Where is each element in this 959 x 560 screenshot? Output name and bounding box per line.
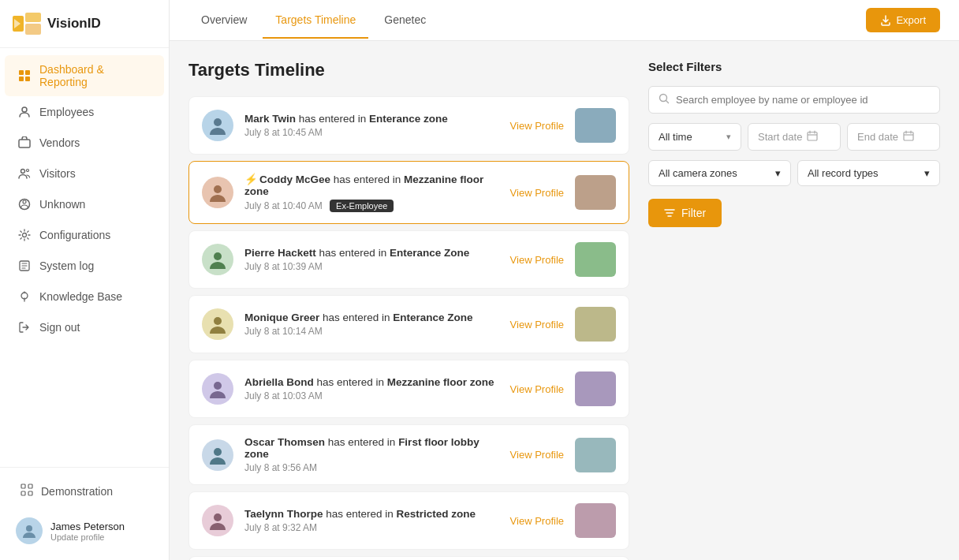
filter-button[interactable]: Filter — [648, 199, 722, 227]
time-filter-label: All time — [659, 131, 692, 143]
svg-point-22 — [214, 118, 222, 126]
end-date-picker[interactable]: End date — [847, 123, 940, 151]
start-date-label: Start date — [758, 131, 802, 143]
chevron-down-icon: ▾ — [726, 132, 731, 142]
view-profile-button[interactable]: View Profile — [510, 319, 564, 330]
timeline-item: Oscar Thomsen has entered in First floor… — [188, 424, 629, 485]
user-info: James Peterson Update profile — [50, 521, 125, 542]
action-text: has entered in — [323, 312, 393, 323]
timeline-list: Mark Twin has entered in Enterance zone … — [188, 96, 629, 560]
chevron-down-icon: ▾ — [775, 167, 781, 179]
calendar-icon — [903, 130, 914, 144]
camera-zone-label: All camera zones — [659, 167, 737, 179]
content-area: Targets Timeline Mark Twin has entered i… — [170, 41, 959, 560]
action-text: has entered in — [299, 113, 369, 125]
view-profile-button[interactable]: View Profile — [510, 383, 564, 395]
camera-zone-select[interactable]: All camera zones ▾ — [648, 160, 791, 186]
timeline-time: July 8 at 10:14 AM — [244, 326, 499, 337]
svg-point-23 — [214, 185, 222, 193]
sidebar-bottom: Demonstration James Peterson Update prof… — [0, 467, 169, 560]
timeline-photo — [575, 307, 616, 342]
action-text: has entered in — [317, 376, 387, 388]
sidebar-item-knowledgebase[interactable]: Knowledge Base — [5, 282, 164, 312]
user-profile[interactable]: James Peterson Update profile — [13, 511, 156, 551]
sidebar-item-unknown-label: Unknown — [39, 198, 85, 211]
svg-rect-7 — [25, 77, 30, 81]
view-profile-button[interactable]: View Profile — [510, 187, 564, 199]
timeline-photo — [575, 175, 616, 210]
sidebar-item-unknown[interactable]: Unknown — [5, 189, 164, 219]
sidebar-item-signout-label: Sign out — [39, 321, 80, 334]
vendors-icon — [17, 136, 32, 150]
view-profile-button[interactable]: View Profile — [510, 254, 564, 266]
svg-rect-1 — [25, 13, 41, 22]
sidebar-item-demonstration[interactable]: Demonstration — [13, 477, 156, 505]
view-profile-button[interactable]: View Profile — [510, 449, 564, 461]
person-name: Monique Greer — [244, 312, 319, 323]
filter-icon — [664, 207, 675, 218]
timeline-item: Monique Greer has entered in Enterance Z… — [188, 295, 629, 353]
sidebar-item-systemlog[interactable]: System log — [5, 251, 164, 281]
filter-section: Select Filters All time ▾ Start date — [648, 60, 940, 541]
record-type-select[interactable]: All record types ▾ — [797, 160, 940, 186]
filter-btn-label: Filter — [681, 207, 706, 219]
timeline-avatar — [202, 308, 233, 340]
timeline-avatar — [202, 244, 233, 275]
sidebar-item-vendors[interactable]: Vendors — [5, 128, 164, 158]
sidebar-item-employees[interactable]: Employees — [5, 97, 164, 127]
zone-name: Enterance Zone — [393, 312, 472, 323]
app-name: VisionID — [47, 16, 101, 32]
sidebar: VisionID Dashboard & Reporting Employees… — [0, 0, 170, 560]
sidebar-item-dashboard[interactable]: Dashboard & Reporting — [5, 55, 164, 96]
zone-name: Mezzanine floor zone — [387, 376, 494, 388]
timeline-text: ⚡Coddy McGee has entered in Mezzanine fl… — [244, 173, 499, 197]
view-profile-button[interactable]: View Profile — [510, 515, 564, 527]
svg-point-24 — [214, 252, 222, 260]
timeline-content: ⚡Coddy McGee has entered in Mezzanine fl… — [244, 173, 499, 212]
person-name: Taelynn Thorpe — [244, 508, 323, 520]
timeline-content: Taelynn Thorpe has entered in Restricted… — [244, 508, 499, 533]
svg-rect-17 — [21, 484, 25, 488]
tab-genetec[interactable]: Genetec — [371, 2, 438, 39]
timeline-time: July 8 at 9:56 AM — [244, 462, 499, 473]
timeline-photo — [575, 108, 616, 143]
tab-overview[interactable]: Overview — [188, 2, 259, 39]
svg-rect-4 — [19, 70, 24, 75]
tab-targets-timeline[interactable]: Targets Timeline — [263, 2, 368, 39]
timeline-text: Monique Greer has entered in Enterance Z… — [244, 312, 499, 323]
action-text: has entered in — [326, 508, 396, 520]
zone-name: Enterance Zone — [390, 247, 469, 259]
filter-title: Select Filters — [648, 60, 940, 73]
timeline-item: Leah Stevens has entered in Mezzanine fl… — [188, 556, 629, 560]
timeline-text: Pierre Hackett has entered in Enterance … — [244, 247, 499, 259]
export-button[interactable]: Export — [866, 8, 940, 32]
timeline-avatar — [202, 373, 233, 405]
sidebar-item-configurations[interactable]: Configurations — [5, 220, 164, 250]
svg-rect-6 — [19, 77, 24, 81]
lightning-icon: ⚡ — [244, 174, 258, 185]
search-input[interactable] — [676, 94, 930, 106]
timeline-photo — [575, 438, 616, 472]
sidebar-item-visitors-label: Visitors — [39, 167, 76, 180]
time-filter-select[interactable]: All time ▾ — [648, 123, 741, 151]
page-title: Targets Timeline — [188, 60, 629, 80]
timeline-text: Abriella Bond has entered in Mezzanine f… — [244, 376, 499, 388]
action-text: has entered in — [334, 174, 404, 185]
sidebar-item-dashboard-label: Dashboard & Reporting — [39, 63, 151, 88]
svg-rect-31 — [808, 133, 817, 141]
timeline-photo — [575, 371, 616, 406]
search-box[interactable] — [648, 86, 940, 114]
start-date-picker[interactable]: Start date — [748, 123, 841, 151]
sidebar-item-knowledgebase-label: Knowledge Base — [39, 290, 122, 303]
timeline-text: Oscar Thomsen has entered in First floor… — [244, 436, 499, 460]
demonstration-label: Demonstration — [41, 485, 113, 498]
sidebar-item-visitors[interactable]: Visitors — [5, 159, 164, 189]
svg-rect-19 — [21, 491, 25, 495]
svg-point-10 — [21, 170, 25, 174]
view-profile-button[interactable]: View Profile — [510, 120, 564, 132]
sidebar-nav: Dashboard & Reporting Employees Vendors … — [0, 48, 169, 467]
sidebar-item-signout[interactable]: Sign out — [5, 312, 164, 342]
visionid-logo-icon — [13, 13, 41, 35]
sidebar-item-configurations-label: Configurations — [39, 229, 110, 241]
timeline-content: Abriella Bond has entered in Mezzanine f… — [244, 376, 499, 401]
